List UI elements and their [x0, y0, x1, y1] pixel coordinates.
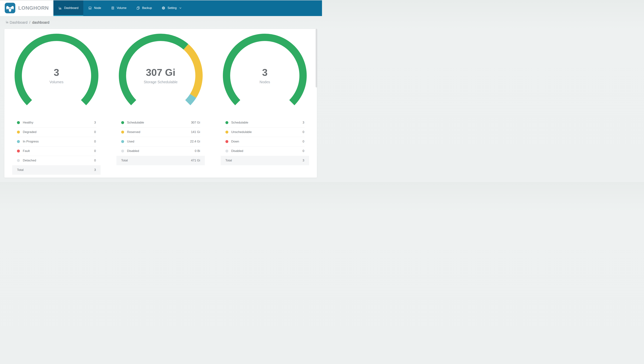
legend-total-label: Total — [121, 159, 191, 162]
nav-item-backup[interactable]: Backup — [132, 0, 157, 16]
volumes-column: 3 Volumes Healthy 3 Degraded 0 In Progre… — [4, 34, 108, 178]
storage-gauge-legend: Schedulable 307 Gi Reserved 141 Gi Used … — [116, 118, 205, 165]
volumes-gauge-legend: Healthy 3 Degraded 0 In Progress 0 Fault… — [12, 118, 100, 175]
bar-chart-icon — [6, 20, 9, 24]
window-top-border — [0, 0, 322, 0]
legend-value: 0 — [94, 140, 96, 144]
nav-item-setting[interactable]: Setting — [157, 0, 186, 16]
nav-item-label: Node — [94, 6, 101, 10]
legend-label: Healthy — [23, 121, 94, 124]
nodes-gauge: 3 Nodes — [223, 34, 307, 118]
breadcrumb-root-link[interactable]: Dashboard — [6, 20, 28, 24]
legend-total-value: 3 — [94, 168, 96, 172]
breadcrumb-current: dashboard — [32, 20, 50, 24]
legend-row: Disabled 0 — [221, 146, 309, 156]
nodes-gauge-legend: Schedulable 3 Unschedulable 0 Down 0 Dis… — [221, 118, 309, 165]
setting-icon — [162, 6, 165, 10]
legend-row: Reserved 141 Gi — [116, 127, 205, 137]
nav-menu: Dashboard Node Volume Backup Setting — [54, 0, 322, 16]
gray-dot-icon — [121, 150, 124, 152]
legend-value: 307 Gi — [191, 121, 200, 124]
legend-label: Degraded — [23, 130, 94, 134]
yellow-dot-icon — [17, 130, 20, 134]
gauge-segment-reserved — [186, 47, 199, 96]
legend-row: In Progress 0 — [12, 137, 100, 146]
legend-label: Fault — [23, 149, 94, 153]
dashboard-card: 3 Volumes Healthy 3 Degraded 0 In Progre… — [4, 29, 317, 178]
backup-icon — [136, 6, 140, 10]
legend-value: 141 Gi — [191, 130, 200, 134]
top-nav: LONGHORN Dashboard Node Volume Backup Se… — [0, 0, 322, 16]
brand-name: LONGHORN — [18, 5, 49, 11]
storage-gauge: 307 Gi Storage Schedulable — [119, 34, 203, 118]
nav-item-dashboard[interactable]: Dashboard — [54, 0, 83, 16]
volumes-gauge: 3 Volumes — [14, 34, 98, 118]
nav-item-label: Volume — [117, 6, 126, 10]
legend-label: Schedulable — [127, 121, 191, 124]
legend-value: 3 — [302, 121, 304, 124]
green-dot-icon — [121, 121, 124, 124]
legend-total-label: Total — [17, 168, 94, 172]
legend-value: 0 — [94, 159, 96, 162]
legend-row: Used 22.4 Gi — [116, 137, 205, 146]
legend-total-row: Total 3 — [221, 156, 309, 165]
yellow-dot-icon — [121, 130, 124, 134]
legend-row: Healthy 3 — [12, 118, 100, 127]
legend-label: In Progress — [23, 140, 94, 144]
breadcrumb-root-label: Dashboard — [10, 20, 28, 24]
legend-label: Disabled — [127, 149, 195, 153]
gray-dot-icon — [226, 150, 228, 152]
nav-item-label: Setting — [168, 6, 176, 10]
nav-item-label: Backup — [142, 6, 152, 10]
red-dot-icon — [226, 140, 228, 143]
breadcrumb: Dashboard / dashboard — [6, 20, 322, 24]
nodes-gauge-svg — [223, 34, 307, 118]
legend-value: 0 — [302, 140, 304, 144]
legend-row: Detached 0 — [12, 156, 100, 165]
legend-value: 3 — [94, 121, 96, 124]
legend-row: Disabled 0 Bi — [116, 146, 205, 156]
logo[interactable]: LONGHORN — [0, 0, 54, 16]
nav-item-node[interactable]: Node — [83, 0, 106, 16]
gauge-segment-healthy — [18, 37, 95, 102]
legend-label: Unschedulable — [231, 130, 303, 134]
legend-row: Down 0 — [221, 137, 309, 146]
legend-value: 0 — [94, 130, 96, 134]
nav-item-label: Dashboard — [64, 6, 78, 10]
legend-row: Schedulable 3 — [221, 118, 309, 127]
legend-value: 0 — [302, 130, 304, 134]
green-dot-icon — [226, 121, 228, 124]
legend-total-value: 3 — [302, 159, 304, 162]
gauge-segment-used — [188, 96, 193, 103]
longhorn-bull-icon — [5, 3, 15, 13]
legend-total-row: Total 3 — [12, 165, 100, 175]
dashboard-icon — [58, 6, 62, 10]
legend-row: Schedulable 307 Gi — [116, 118, 205, 127]
yellow-dot-icon — [226, 130, 228, 134]
legend-total-row: Total 471 Gi — [116, 156, 205, 165]
legend-label: Down — [231, 140, 303, 144]
legend-total-value: 471 Gi — [191, 159, 200, 162]
legend-value: 0 Bi — [195, 149, 200, 153]
green-dot-icon — [17, 121, 20, 124]
legend-row: Unschedulable 0 — [221, 127, 309, 137]
volumes-gauge-svg — [14, 34, 98, 118]
legend-row: Fault 0 — [12, 146, 100, 156]
breadcrumb-separator: / — [29, 20, 31, 24]
legend-label: Disabled — [231, 149, 303, 153]
teal-dot-icon — [17, 140, 20, 143]
legend-total-label: Total — [226, 159, 303, 162]
chevron-down-icon — [179, 7, 182, 9]
legend-label: Detached — [23, 159, 94, 162]
legend-value: 22.4 Gi — [190, 140, 200, 144]
volume-icon — [111, 6, 114, 10]
vertical-scrollbar-thumb[interactable] — [316, 29, 317, 88]
legend-value: 0 — [302, 149, 304, 153]
nav-item-volume[interactable]: Volume — [106, 0, 132, 16]
red-dot-icon — [17, 150, 20, 152]
gauge-segment-schedulable — [226, 37, 303, 102]
teal-dot-icon — [121, 140, 124, 143]
legend-row: Degraded 0 — [12, 127, 100, 137]
nodes-column: 3 Nodes Schedulable 3 Unschedulable 0 Do… — [213, 34, 317, 178]
legend-label: Used — [127, 140, 190, 144]
